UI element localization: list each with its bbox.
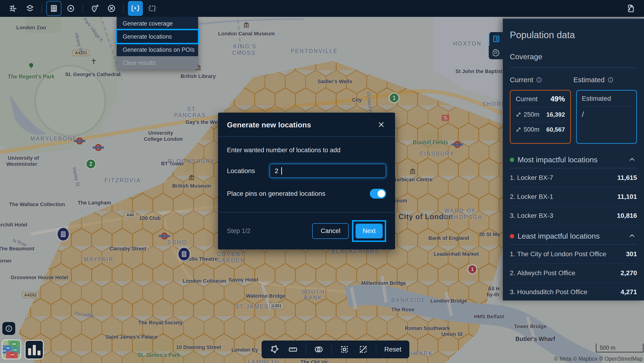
menu-item-generate-locations[interactable]: Generate locations	[116, 30, 198, 43]
app-window: London ZooThe Regent's ParkSt. George's …	[0, 0, 644, 363]
select-region-icon[interactable]	[145, 1, 160, 16]
location-name: Aldwych Post Office	[517, 269, 575, 277]
top-toolbar	[0, 0, 644, 17]
estimated-card-label: Estimated	[582, 95, 611, 102]
menu-item-generate-locations-on-pois[interactable]: Generate locations on POIs	[116, 43, 198, 56]
location-value: 4,271	[620, 288, 637, 296]
info-icon[interactable]	[536, 77, 542, 83]
deselect-area-icon[interactable]	[357, 344, 369, 354]
locations-label: Locations	[227, 167, 255, 175]
map-attribution[interactable]: © Meta © Mapbox © OpenStreetMap	[554, 356, 642, 362]
chevron-up-icon[interactable]	[627, 232, 637, 240]
circle-dot-icon[interactable]	[63, 1, 78, 16]
impactful-row: 1. Locker BX-7 11,615	[510, 168, 637, 187]
cancel-button[interactable]: Cancel	[312, 223, 349, 239]
ruler-icon[interactable]	[287, 344, 299, 354]
step-indicator: Step 1/2	[227, 228, 250, 235]
gear-icon[interactable]	[489, 46, 503, 59]
estimated-column-label: Estimated	[574, 76, 605, 84]
expand-icon	[516, 127, 521, 132]
radius-250m-value: 16,392	[546, 111, 565, 118]
most-impactful-title: Most impactful locations	[518, 156, 598, 164]
minimap-badge: 242	[12, 347, 18, 353]
next-button[interactable]: Next	[356, 224, 383, 238]
rank: 1.	[510, 250, 515, 258]
map-scale-bar: 500 m	[596, 344, 644, 352]
least-impactful-title: Least impactful locations	[518, 232, 600, 240]
red-dot-icon	[510, 234, 514, 238]
expand-icon	[516, 112, 521, 117]
location-value: 2,270	[620, 269, 637, 277]
toolbar-divider	[306, 344, 306, 354]
location-name: Locker BX-3	[517, 212, 553, 220]
impactful-row: 3. Locker BX-3 10,816	[510, 206, 637, 225]
location-value: 10,816	[617, 212, 637, 220]
intersect-icon[interactable]	[313, 344, 325, 354]
current-card-label: Current	[516, 95, 538, 103]
modal-title: Generate new locations	[227, 120, 311, 129]
chevron-up-icon[interactable]	[627, 156, 637, 164]
current-percent: 49%	[550, 95, 565, 103]
generate-locations-modal: Generate new locations Enter wanted numb…	[218, 113, 395, 250]
close-icon[interactable]	[376, 120, 386, 130]
rank: 3.	[510, 212, 515, 220]
impactful-row: 1. The City of London Post Office 301	[510, 245, 637, 264]
next-button-highlight: Next	[352, 220, 386, 242]
info-icon[interactable]	[2, 322, 15, 335]
minimap-badge: 196	[11, 341, 17, 347]
impactful-row: 3. Houndsditch Post Office 4,271	[510, 283, 637, 302]
building-grid-icon[interactable]	[46, 1, 61, 16]
location-name: Locker BX-1	[517, 193, 553, 200]
scale-label: 500 m	[600, 344, 616, 351]
impactful-row: 2. Locker BX-1 11,101	[510, 187, 637, 206]
current-column-label: Current	[510, 76, 533, 84]
location-name: Locker BX-7	[517, 174, 553, 182]
divider	[510, 68, 637, 68]
export-file-icon[interactable]	[624, 1, 638, 16]
population-tab-icon[interactable]	[489, 32, 503, 46]
rank: 1.	[510, 174, 515, 182]
info-icon[interactable]	[608, 77, 614, 83]
location-value: 301	[626, 250, 637, 258]
add-pin-icon[interactable]	[87, 1, 102, 16]
impactful-row: 2. Aldwych Post Office 2,270	[510, 264, 637, 283]
reset-button[interactable]: Reset	[383, 346, 403, 353]
population-data-panel: Population data Coverage Current Estimat…	[503, 18, 644, 300]
map-tools-toolbar: Reset	[262, 340, 409, 358]
place-pins-label: Place pins on generated locations	[227, 190, 325, 198]
rank: 2.	[510, 269, 515, 277]
radius-250m-label: 250m	[524, 111, 540, 118]
modal-description: Enter wanted number of locations to add	[227, 146, 386, 154]
estimated-empty-value: /	[582, 110, 631, 119]
select-area-icon[interactable]	[338, 344, 350, 354]
generate-sparkle-icon[interactable]	[128, 1, 143, 16]
minimap-badge: 279	[9, 352, 15, 358]
current-coverage-card: Current 49% 250m 16,392 500m 60,567	[510, 90, 571, 144]
rank: 3.	[510, 288, 515, 296]
generate-dropdown-menu: Generate coverage Generate locations Gen…	[116, 17, 198, 69]
location-name: The City of London Post Office	[517, 250, 606, 258]
toolbar-divider	[376, 344, 376, 354]
text-caret	[281, 167, 282, 175]
menu-item-generate-coverage[interactable]: Generate coverage	[116, 17, 198, 30]
green-dot-icon	[510, 158, 514, 162]
location-name: Houndsditch Post Office	[517, 288, 587, 296]
location-value: 11,101	[617, 193, 637, 200]
polygon-tool-icon[interactable]	[268, 344, 280, 354]
panel-title: Population data	[510, 30, 637, 40]
bar-chart-icon[interactable]	[25, 340, 44, 359]
tune-icon[interactable]	[6, 1, 20, 16]
radius-500m-value: 60,567	[546, 126, 565, 133]
place-pins-toggle[interactable]	[370, 189, 386, 198]
coverage-heading: Coverage	[510, 52, 637, 61]
toolbar-divider	[123, 4, 124, 13]
toolbar-divider	[82, 4, 83, 13]
rank: 2.	[510, 193, 515, 200]
radius-500m-label: 500m	[524, 126, 540, 133]
coverage-minimap-thumbnail[interactable]: 196190242230279	[2, 340, 21, 359]
menu-item-clear-results: Clear results	[116, 56, 198, 69]
remove-circle-icon[interactable]	[104, 1, 119, 16]
layers-icon[interactable]	[22, 1, 38, 16]
toolbar-divider	[331, 344, 332, 354]
locations-input[interactable]	[270, 164, 386, 178]
